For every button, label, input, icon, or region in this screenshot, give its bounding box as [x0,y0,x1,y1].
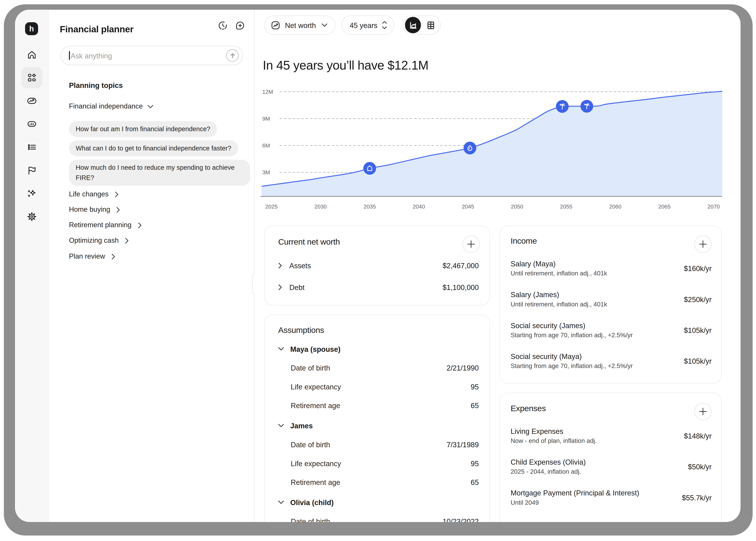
chart-view-icon [408,20,417,30]
analytics-icon [26,119,37,129]
plus-icon [699,408,707,415]
expense-item[interactable]: Child expenses (Baby) $40k/yr [511,513,712,522]
y-tick-label: 9M [262,116,270,122]
rail-nav [21,44,42,227]
current-net-worth-card: Current net worth Assets $2,467,000 Debt [264,225,490,305]
income-item[interactable]: Social security (James) Starting from ag… [511,314,712,345]
assumptions-rows: Maya (spouse) Date of birth 2/21/1990 Li… [278,339,479,522]
topic-label: Retirement planning [69,221,131,229]
suggestion-chip[interactable]: What can I do to get to financial indepe… [69,141,238,156]
expenses-card: Expenses Living Expenses Now - end of pl… [499,393,722,522]
row-label: Assets [289,262,311,270]
horizon-stepper[interactable]: 45 years [342,16,394,35]
add-expense-button[interactable] [694,403,712,420]
topic-label: Plan review [69,253,105,260]
card-title: Expenses [511,404,712,413]
planner-panel: Financial planner Ask anything Planning … [49,10,254,522]
item-name: Social security (James) [511,321,632,329]
row-value[interactable]: 2/21/1990 [446,364,479,372]
assumptions-section-maya[interactable]: Maya (spouse) [278,339,479,358]
item-note: Until 2049 [511,499,639,506]
chevron-right-icon [111,254,115,260]
assumptions-section-james[interactable]: James [278,416,479,435]
x-tick-label: 2045 [462,204,474,210]
sidebar-item-home[interactable] [21,44,42,65]
sidebar-item-ai[interactable] [21,183,42,204]
expense-item[interactable]: Mortgage Payment (Principal & Interest) … [511,482,712,513]
row-value[interactable]: 10/23/2022 [443,517,479,522]
topic-retirement-planning[interactable]: Retirement planning [69,221,142,229]
palm-milestone-marker[interactable] [581,100,593,113]
topics-heading: Planning topics [69,81,123,89]
income-item[interactable]: Salary (James) Until retirement, inflati… [511,284,712,314]
sidebar-item-goals[interactable] [21,160,42,181]
x-tick-label: 2040 [412,204,425,210]
item-note: Until retirement, inflation adj., 401k [511,270,607,277]
palm-milestone-marker[interactable] [556,100,569,113]
debt-row[interactable]: Debt $1,100,000 [278,276,479,298]
row-value[interactable]: 95 [471,459,479,467]
topic-optimizing-cash[interactable]: Optimizing cash [69,237,129,244]
icon-rail: h [15,10,49,522]
app-window: h [15,10,740,522]
assumptions-section-olivia[interactable]: Olivia (child) [278,493,479,512]
right-card-column: Income Salary (Maya) Until retirement, i… [499,225,722,522]
sidebar-item-analytics[interactable] [21,113,42,135]
card-title: Income [511,237,712,246]
input-placeholder: Ask anything [71,51,112,60]
chevron-right-icon [138,222,141,228]
topic-life-changes[interactable]: Life changes [69,190,119,198]
chevron-right-icon [278,284,282,290]
item-value: $105k/yr [684,326,712,334]
add-income-button[interactable] [694,236,712,253]
row-label: Debt [289,283,305,291]
topic-plan-review[interactable]: Plan review [69,253,115,260]
history-icon[interactable] [217,20,228,31]
chevron-right-icon [125,238,128,244]
main-content: Net worth 45 years [255,10,741,522]
item-name: Child Expenses (Olivia) [511,458,586,466]
flame-milestone-marker[interactable] [464,142,476,154]
metric-dropdown[interactable]: Net worth [264,16,336,35]
sidebar-item-investments[interactable] [21,90,42,111]
up-arrow-icon [229,52,236,59]
sidebar-item-planner[interactable] [21,67,42,88]
metric-label: Net worth [285,21,316,29]
ask-anything-input[interactable]: Ask anything [61,46,243,65]
house-milestone-marker[interactable] [363,162,376,175]
assumption-row: Retirement age 65 [278,473,479,492]
sidebar-item-checklist[interactable] [21,137,42,158]
table-view-button[interactable] [422,17,439,33]
expense-item[interactable]: Child Expenses (Olivia) 2025 - 2044, inf… [511,451,712,482]
income-item[interactable]: Social security (Maya) Starting from age… [511,345,712,376]
item-value: $105k/yr [684,357,712,365]
topic-financial-independence[interactable]: Financial independance [69,102,153,110]
row-value[interactable]: 65 [471,401,479,410]
income-item[interactable]: Salary (Maya) Until retirement, inflatio… [511,253,712,283]
send-button[interactable] [226,49,239,62]
assets-row[interactable]: Assets $2,467,000 [278,255,479,276]
chevron-right-icon [115,191,119,197]
trend-icon [271,20,280,30]
row-value[interactable]: 7/31/1989 [446,440,479,449]
app-logo[interactable]: h [25,22,38,35]
chart-view-button[interactable] [405,17,421,33]
suggestion-chip[interactable]: How much do I need to reduce my spending… [69,160,250,186]
row-value[interactable]: 65 [471,478,479,486]
x-tick-label: 2055 [560,204,572,210]
expense-item[interactable]: Living Expenses Now - end of plan, infla… [511,420,712,451]
topic-home-buying[interactable]: Home buying [69,206,120,213]
x-tick-label: 2035 [364,204,376,210]
chevron-down-icon [278,424,284,427]
suggestion-chip[interactable]: How far out am I from financial independ… [69,121,217,137]
chevron-down-icon [278,500,284,504]
item-name: Salary (Maya) [511,260,607,268]
add-net-worth-button[interactable] [462,236,480,253]
topic-label: Financial independance [69,102,143,110]
net-worth-rows: Assets $2,467,000 Debt $1,100,000 [278,255,479,298]
sidebar-item-settings[interactable] [21,206,42,227]
new-chat-icon[interactable] [235,20,245,31]
row-value[interactable]: 95 [471,382,479,391]
topic-label: Home buying [69,206,110,213]
item-name: Social security (Maya) [511,352,632,360]
